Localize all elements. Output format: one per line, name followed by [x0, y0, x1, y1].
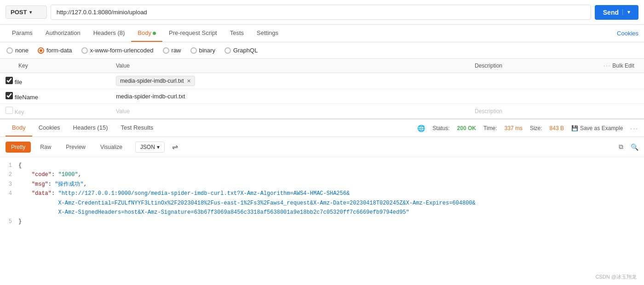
row2-checkbox[interactable] [6, 92, 13, 99]
word-wrap-icon[interactable]: ⇌ [168, 141, 182, 153]
top-bar: POST ▾ Send ▾ [0, 0, 644, 25]
resp-tab-body[interactable]: Body [6, 120, 32, 137]
empty-key-cell: Key [0, 104, 110, 119]
response-more-icon[interactable]: ··· [630, 125, 638, 132]
copy-icon[interactable]: ⧉ [619, 143, 623, 151]
send-chevron-icon[interactable]: ▾ [622, 9, 630, 15]
format-bar: Pretty Raw Preview Visualize JSON ▾ ⇌ ⧉ … [0, 137, 644, 157]
tab-settings[interactable]: Settings [250, 25, 285, 42]
form-table: Key Value Description ··· Bulk Edit file… [0, 59, 644, 119]
code-line-4: 4 "data": "http://127.0.0.1:9000/song/me… [0, 189, 644, 217]
time-label: Time: [483, 125, 497, 131]
table-more-icon[interactable]: ··· [604, 63, 611, 69]
empty-key-label[interactable]: Key [15, 109, 24, 115]
search-icon[interactable]: 🔍 [631, 143, 638, 151]
tab-params[interactable]: Params [6, 25, 39, 42]
resp-tab-test-results[interactable]: Test Results [114, 120, 160, 137]
row1-checkbox[interactable] [6, 77, 13, 84]
tab-headers[interactable]: Headers (8) [87, 25, 132, 42]
body-type-urlencoded[interactable]: x-www-form-urlencoded [81, 47, 154, 54]
response-status-bar: 🌐 Status: 200 OK Time: 337 ms Size: 843 … [417, 120, 638, 137]
bulk-edit-button[interactable]: Bulk Edit [612, 63, 634, 69]
fmt-tab-preview[interactable]: Preview [60, 142, 91, 153]
body-type-none[interactable]: none [6, 47, 29, 54]
code-line-1: 1 { [0, 161, 644, 170]
body-type-graphql[interactable]: GraphQL [224, 47, 258, 54]
cookies-button[interactable]: Cookies [617, 25, 638, 41]
table-row: fileName media-spider-imdb-curl.txt [0, 89, 644, 104]
tab-pre-request[interactable]: Pre-request Script [162, 25, 224, 42]
tab-tests[interactable]: Tests [224, 25, 250, 42]
size-label: Size: [530, 125, 542, 131]
status-label: Status: [432, 125, 449, 131]
radio-none[interactable] [6, 47, 13, 54]
send-button[interactable]: Send ▾ [595, 5, 638, 20]
row1-value-cell: media-spider-imdb-curl.txt ✕ [110, 73, 469, 89]
row2-key-cell: fileName [0, 89, 110, 104]
row1-key-value: file [15, 79, 23, 86]
body-type-form-data[interactable]: form-data [38, 47, 72, 54]
row2-value-cell: media-spider-imdb-curl.txt [110, 89, 469, 104]
row1-key-cell: file [0, 73, 110, 89]
radio-binary[interactable] [190, 47, 197, 54]
save-icon: 💾 [571, 125, 578, 131]
col-header-actions: ··· Bulk Edit [598, 59, 644, 73]
json-format-dropdown[interactable]: JSON ▾ [135, 142, 165, 153]
fmt-tab-raw[interactable]: Raw [34, 142, 57, 153]
row1-file-remove-icon[interactable]: ✕ [187, 78, 191, 84]
url-input[interactable] [51, 5, 591, 20]
method-chevron-icon: ▾ [29, 10, 32, 15]
table-row: file media-spider-imdb-curl.txt ✕ [0, 73, 644, 89]
resp-tab-cookies[interactable]: Cookies [32, 120, 67, 137]
code-line-5: 5 } [0, 217, 644, 226]
row1-file-name: media-spider-imdb-curl.txt [120, 78, 184, 84]
col-header-value: Value [110, 59, 469, 73]
body-type-raw[interactable]: raw [163, 47, 181, 54]
globe-icon: 🌐 [417, 125, 425, 132]
radio-raw[interactable] [163, 47, 169, 54]
row2-value-text: media-spider-imdb-curl.txt [116, 93, 185, 100]
form-table-container: Key Value Description ··· Bulk Edit file… [0, 59, 644, 119]
response-section: Body Cookies Headers (15) Test Results 🌐… [0, 119, 644, 230]
row2-key-value: fileName [15, 94, 38, 101]
json-chevron-icon: ▾ [157, 144, 160, 150]
radio-graphql[interactable] [224, 47, 231, 54]
row2-actions [598, 89, 644, 104]
empty-actions [598, 104, 644, 119]
col-header-key: Key [0, 59, 110, 73]
request-tabs: Params Authorization Headers (8) Body Pr… [0, 25, 644, 42]
size-value: 843 B [550, 125, 564, 131]
empty-desc-cell[interactable]: Description [469, 104, 598, 119]
row1-actions [598, 73, 644, 89]
empty-checkbox[interactable] [6, 107, 13, 114]
body-active-dot [153, 32, 156, 35]
tab-authorization[interactable]: Authorization [39, 25, 87, 42]
method-dropdown[interactable]: POST ▾ [6, 6, 47, 19]
response-tabs-bar: Body Cookies Headers (15) Test Results 🌐… [0, 120, 644, 137]
status-value: 200 OK [457, 125, 476, 131]
resp-tab-headers[interactable]: Headers (15) [67, 120, 115, 137]
fmt-tab-visualize[interactable]: Visualize [95, 142, 128, 153]
radio-form-data[interactable] [38, 47, 44, 54]
col-header-description: Description [469, 59, 598, 73]
empty-value-cell[interactable]: Value [110, 104, 469, 119]
body-type-binary[interactable]: binary [190, 47, 215, 54]
code-line-3: 3 "msg": "操作成功", [0, 180, 644, 189]
save-as-example-button[interactable]: 💾 Save as Example [571, 125, 623, 131]
row1-file-tag: media-spider-imdb-curl.txt ✕ [116, 76, 195, 86]
tab-body[interactable]: Body [131, 25, 162, 42]
time-value: 337 ms [505, 125, 523, 131]
empty-desc-label: Description [475, 108, 502, 114]
row1-desc-cell[interactable] [469, 73, 598, 89]
code-line-2: 2 "code": "1000", [0, 170, 644, 179]
radio-urlencoded[interactable] [81, 47, 88, 54]
row2-desc-cell[interactable] [469, 89, 598, 104]
method-label: POST [11, 9, 27, 16]
table-empty-row: Key Value Description [0, 104, 644, 119]
response-code-area: 1 { 2 "code": "1000", 3 "msg": "操作成功", 4… [0, 157, 644, 230]
empty-value-label: Value [116, 108, 130, 114]
fmt-tab-pretty[interactable]: Pretty [6, 142, 31, 153]
body-type-row: none form-data x-www-form-urlencoded raw… [0, 42, 644, 59]
